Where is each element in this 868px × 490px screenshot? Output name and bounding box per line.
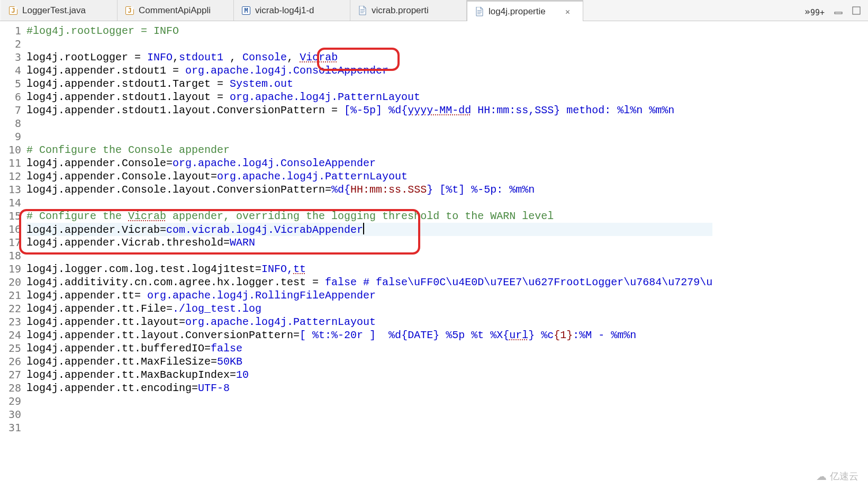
line-number: 9 bbox=[0, 130, 21, 143]
line-number: 20 bbox=[0, 276, 21, 289]
line-number: 22 bbox=[0, 302, 21, 315]
line-number: 31 bbox=[0, 421, 21, 434]
line-number: 10 bbox=[0, 143, 21, 157]
line-number: 26 bbox=[0, 355, 21, 368]
code-line[interactable]: log4j.appender.tt.encoding=UTF-8 bbox=[26, 382, 712, 395]
code-line[interactable]: log4j.rootLogger = INFO,stdout1 , Consol… bbox=[26, 51, 712, 64]
line-number: 1 bbox=[0, 24, 21, 38]
code-line[interactable] bbox=[26, 130, 712, 143]
code-line[interactable]: log4j.appender.stdout1 = org.apache.log4… bbox=[26, 64, 712, 77]
line-number: 4 bbox=[0, 64, 21, 77]
line-number: 11 bbox=[0, 157, 21, 170]
code-line[interactable]: log4j.appender.stdout1.layout = org.apac… bbox=[26, 90, 712, 104]
cloud-icon: ☁ bbox=[816, 470, 827, 483]
line-number: 19 bbox=[0, 262, 21, 276]
code-line[interactable] bbox=[26, 117, 712, 130]
line-number: 16 bbox=[0, 223, 21, 236]
line-number: 2 bbox=[0, 38, 21, 51]
line-number: 13 bbox=[0, 183, 21, 196]
java-file-icon: J bbox=[9, 6, 17, 15]
editor-tab[interactable]: vicrab.properti bbox=[350, 0, 467, 21]
editor-tab[interactable]: JCommentApiAppli bbox=[117, 0, 234, 21]
watermark: ☁ 亿速云 bbox=[816, 470, 858, 483]
xml-file-icon: M bbox=[242, 6, 250, 15]
code-line[interactable] bbox=[26, 196, 712, 210]
tab-label: LoggerTest.java bbox=[22, 5, 86, 16]
code-line[interactable]: log4j.appender.stdout1.Target = System.o… bbox=[26, 77, 712, 90]
code-line[interactable] bbox=[26, 395, 712, 408]
code-line[interactable]: log4j.appender.tt.layout.ConversionPatte… bbox=[26, 329, 712, 342]
tab-label: vicrab-log4j1-d bbox=[255, 5, 314, 16]
watermark-text: 亿速云 bbox=[830, 470, 858, 483]
code-line[interactable]: log4j.appender.tt.layout=org.apache.log4… bbox=[26, 315, 712, 329]
editor-tab[interactable]: log4j.propertie✕ bbox=[467, 0, 583, 21]
line-number: 7 bbox=[0, 104, 21, 117]
editor-tab[interactable]: JLoggerTest.java bbox=[1, 0, 117, 21]
line-number: 23 bbox=[0, 315, 21, 329]
text-file-icon bbox=[358, 6, 367, 15]
code-line[interactable]: #log4j.rootLogger = INFO bbox=[26, 24, 712, 38]
line-number: 29 bbox=[0, 395, 21, 408]
svg-rect-1 bbox=[853, 7, 860, 14]
line-number: 25 bbox=[0, 342, 21, 355]
line-number: 3 bbox=[0, 51, 21, 64]
show-more-tabs-button[interactable]: »99+ bbox=[804, 6, 825, 17]
line-number: 8 bbox=[0, 117, 21, 130]
code-line[interactable]: log4j.appender.Vicrab.threshold=WARN bbox=[26, 236, 712, 249]
code-line[interactable]: log4j.appender.Console=org.apache.log4j.… bbox=[26, 157, 712, 170]
code-area[interactable]: #log4j.rootLogger = INFOlog4j.rootLogger… bbox=[24, 21, 712, 434]
code-line[interactable] bbox=[26, 38, 712, 51]
maximize-view-icon[interactable] bbox=[852, 6, 861, 15]
code-line[interactable]: # Configure the Vicrab appender, overrid… bbox=[26, 210, 712, 223]
line-number: 27 bbox=[0, 368, 21, 382]
line-number: 28 bbox=[0, 382, 21, 395]
minimize-view-icon[interactable] bbox=[834, 6, 843, 15]
code-line[interactable]: log4j.appender.Console.layout.Conversion… bbox=[26, 183, 712, 196]
line-number: 6 bbox=[0, 90, 21, 104]
line-number: 21 bbox=[0, 289, 21, 302]
java-file-icon: J bbox=[125, 6, 134, 15]
svg-rect-0 bbox=[835, 12, 842, 14]
close-icon[interactable]: ✕ bbox=[565, 7, 570, 16]
line-number: 24 bbox=[0, 329, 21, 342]
code-line[interactable]: log4j.appender.tt= org.apache.log4j.Roll… bbox=[26, 289, 712, 302]
code-line[interactable]: log4j.appender.Console.layout=org.apache… bbox=[26, 170, 712, 183]
line-number: 14 bbox=[0, 196, 21, 210]
code-line[interactable] bbox=[26, 408, 712, 421]
line-number: 30 bbox=[0, 408, 21, 421]
text-cursor bbox=[363, 223, 364, 234]
code-line[interactable]: log4j.appender.stdout1.layout.Conversion… bbox=[26, 104, 712, 117]
code-line[interactable]: log4j.appender.tt.MaxFileSize=50KB bbox=[26, 355, 712, 368]
tab-label: log4j.propertie bbox=[489, 6, 546, 17]
code-line[interactable] bbox=[26, 249, 712, 262]
line-number: 5 bbox=[0, 77, 21, 90]
code-line[interactable]: log4j.appender.tt.MaxBackupIndex=10 bbox=[26, 368, 712, 382]
line-number: 17 bbox=[0, 236, 21, 249]
code-line[interactable]: log4j.appender.tt.bufferedIO=false bbox=[26, 342, 712, 355]
code-line[interactable]: log4j.appender.Vicrab=com.vicrab.log4j.V… bbox=[26, 223, 712, 236]
editor-tab[interactable]: Mvicrab-log4j1-d bbox=[234, 0, 350, 21]
editor-tab-bar: JLoggerTest.javaJCommentApiAppliMvicrab-… bbox=[0, 0, 868, 21]
line-number: 18 bbox=[0, 249, 21, 262]
code-line[interactable]: # Configure the Console appender bbox=[26, 143, 712, 157]
line-number: 15 bbox=[0, 210, 21, 223]
code-line[interactable]: log4j.logger.com.log.test.log4j1test=INF… bbox=[26, 262, 712, 276]
code-line[interactable]: log4j.appender.tt.File=./log_test.log bbox=[26, 302, 712, 315]
tab-label: CommentApiAppli bbox=[139, 5, 211, 16]
code-editor[interactable]: 1234567891011121314151617181920212223242… bbox=[0, 21, 868, 434]
tab-label: vicrab.properti bbox=[372, 5, 429, 16]
text-file-icon bbox=[475, 7, 484, 16]
code-line[interactable]: log4j.additivity.cn.com.agree.hx.logger.… bbox=[26, 276, 712, 289]
code-line[interactable] bbox=[26, 421, 712, 434]
line-number-gutter: 1234567891011121314151617181920212223242… bbox=[0, 21, 24, 434]
line-number: 12 bbox=[0, 170, 21, 183]
